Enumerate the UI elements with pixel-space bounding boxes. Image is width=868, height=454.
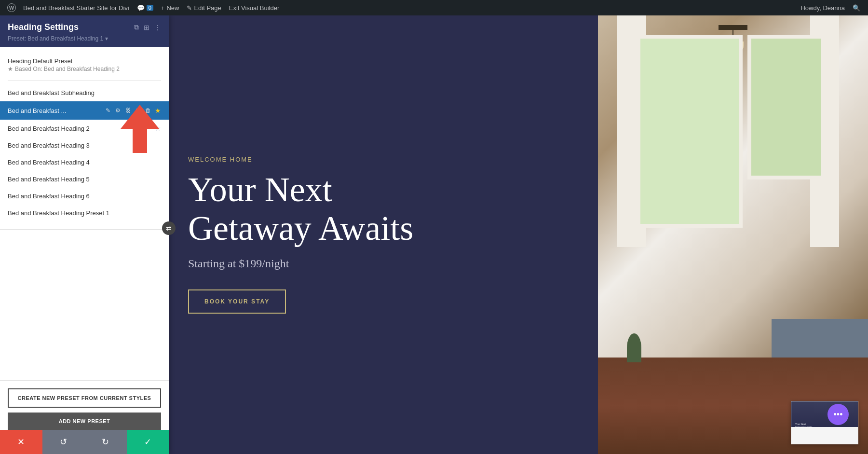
preset-item-heading4[interactable]: Bed and Breakfast Heading 4 — [0, 154, 169, 171]
divider — [8, 80, 161, 81]
preset-item-heading1[interactable]: Bed and Breakfast ... ✎ ⚙ ⛓ ⧉ 🗑 ★ — [0, 101, 169, 120]
preset-item-heading5[interactable]: Bed and Breakfast Heading 5 — [0, 171, 169, 188]
panel-toggle-button[interactable]: ⇄ — [162, 221, 176, 235]
preset-dropdown: Heading Default Preset ★ Based On: Bed a… — [0, 47, 169, 230]
website-preview: WELCOME HOME Your NextGetaway Awaits Sta… — [169, 15, 868, 454]
preset-item-subheading[interactable]: Bed and Breakfast Subheading — [0, 84, 169, 101]
hero-section: WELCOME HOME Your NextGetaway Awaits Sta… — [169, 15, 868, 454]
hero-image: Your NextGetaway Awaits — [598, 15, 868, 454]
bottom-bar: ✕ ↺ ↻ ✓ — [0, 430, 169, 454]
panel-title: Heading Settings — [8, 22, 79, 32]
preset-list: Bed and Breakfast Subheading Bed and Bre… — [0, 83, 169, 223]
undo-button[interactable]: ↺ — [42, 430, 85, 454]
star-filled-icon[interactable]: ★ — [155, 107, 161, 114]
sidebar-panel: Heading Settings ⧉ ⊞ ⋮ Preset: Bed and B… — [0, 15, 169, 454]
preset-item-heading6[interactable]: Bed and Breakfast Heading 6 — [0, 188, 169, 205]
star-icon: ★ — [8, 66, 13, 72]
maximize-icon[interactable]: ⧉ — [134, 23, 139, 31]
howdy-text: Howdy, Deanna — [800, 4, 845, 12]
new-button[interactable]: + New — [157, 0, 183, 15]
settings-preset-icon[interactable]: ⚙ — [114, 106, 122, 115]
exit-visual-builder-button[interactable]: Exit Visual Builder — [225, 0, 284, 15]
preset-item-preset1[interactable]: Bed and Breakfast Heading Preset 1 — [0, 205, 169, 221]
comment-icon: 💬 — [137, 4, 145, 12]
svg-text:W: W — [9, 5, 14, 11]
panel-header: Heading Settings ⧉ ⊞ ⋮ Preset: Bed and B… — [0, 15, 169, 47]
default-preset-label: Heading Default Preset — [8, 57, 161, 65]
star-empty-icon[interactable]: ☆ — [155, 124, 161, 132]
edit-preset-icon[interactable]: ✎ — [105, 106, 111, 115]
preset-item-heading2[interactable]: Bed and Breakfast Heading 2 ☆ — [0, 120, 169, 137]
preset-actions: ✎ ⚙ ⛓ ⧉ 🗑 ★ — [105, 106, 161, 115]
add-preset-button[interactable]: ADD NEW PRESET — [8, 413, 161, 430]
heading-default-preset: Heading Default Preset ★ Based On: Bed a… — [0, 53, 169, 78]
hero-title: Your NextGetaway Awaits — [188, 171, 569, 247]
link-preset-icon[interactable]: ⛓ — [124, 106, 132, 115]
preset-selector[interactable]: Preset: Bed and Breakfast Heading 1 ▾ — [8, 35, 161, 42]
page-thumbnail: Your NextGetaway Awaits — [791, 401, 858, 444]
hero-subtitle: Starting at $199/night — [188, 257, 569, 270]
hero-left: WELCOME HOME Your NextGetaway Awaits Sta… — [169, 15, 598, 454]
save-button[interactable]: ✓ — [127, 430, 169, 454]
redo-button[interactable]: ↻ — [84, 430, 127, 454]
edit-page-button[interactable]: ✎ Edit Page — [183, 0, 225, 15]
columns-icon[interactable]: ⊞ — [144, 24, 149, 31]
create-preset-button[interactable]: CREATE NEW PRESET FROM CURRENT STYLES — [8, 388, 161, 408]
book-stay-button[interactable]: BOOK YOUR STAY — [188, 289, 286, 314]
welcome-text: WELCOME HOME — [188, 156, 569, 163]
room-image-placeholder — [598, 15, 868, 454]
site-name-link[interactable]: Bed and Breakfast Starter Site for Divi — [19, 0, 133, 15]
preset-item-heading3[interactable]: Bed and Breakfast Heading 3 — [0, 137, 169, 154]
based-on-line: ★ Based On: Bed and Breakfast Heading 2 — [8, 65, 161, 76]
more-options-icon[interactable]: ⋮ — [154, 24, 161, 31]
cancel-button[interactable]: ✕ — [0, 430, 42, 454]
main-layout: Heading Settings ⧉ ⊞ ⋮ Preset: Bed and B… — [0, 0, 868, 454]
admin-bar: W Bed and Breakfast Starter Site for Div… — [0, 0, 868, 15]
thumbnail-text: Your NextGetaway Awaits — [793, 422, 814, 429]
wp-logo[interactable]: W — [4, 0, 19, 15]
duplicate-preset-icon[interactable]: ⧉ — [135, 106, 141, 115]
comment-link[interactable]: 💬 0 — [133, 0, 157, 15]
search-icon[interactable]: 🔍 — [849, 4, 864, 12]
panel-icons: ⧉ ⊞ ⋮ — [134, 23, 161, 31]
floating-menu-button[interactable]: ••• — [827, 404, 849, 425]
delete-preset-icon[interactable]: 🗑 — [144, 106, 152, 115]
